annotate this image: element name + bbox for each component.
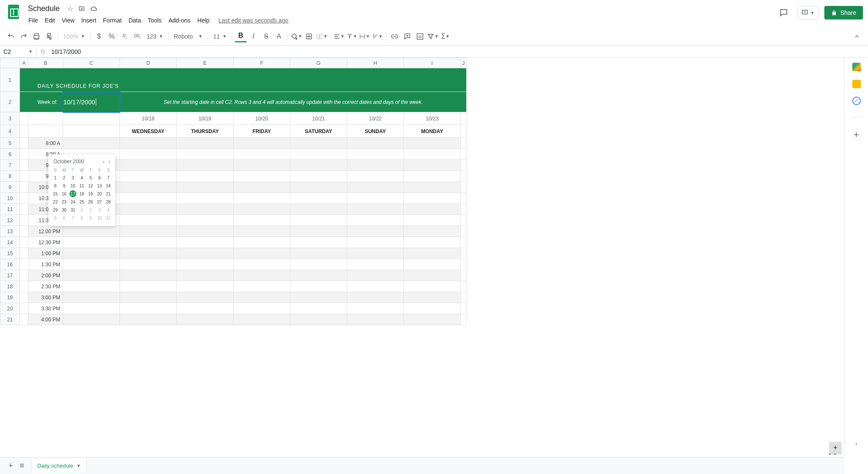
strikethrough-icon[interactable]: S (260, 31, 272, 42)
schedule-cell[interactable] (234, 303, 290, 314)
font-select[interactable]: Roboto▼ (171, 33, 205, 40)
schedule-cell[interactable] (63, 270, 120, 281)
schedule-cell[interactable] (177, 193, 234, 204)
schedule-cell[interactable] (234, 138, 290, 149)
datepicker-day[interactable]: 3 (95, 206, 104, 214)
datepicker-day[interactable]: 27 (95, 198, 104, 206)
datepicker-prev-icon[interactable]: ‹ (103, 159, 105, 164)
schedule-cell[interactable] (63, 281, 120, 292)
schedule-cell[interactable] (347, 292, 404, 303)
schedule-cell[interactable] (177, 226, 234, 237)
column-header[interactable]: E (177, 58, 234, 68)
datepicker-day[interactable]: 4 (78, 174, 86, 181)
time-cell[interactable]: 1:00 PM (28, 248, 63, 259)
schedule-title-cell[interactable]: DAILY SCHEDULE FOR JOE'S (28, 68, 177, 92)
datepicker-day[interactable]: 10 (95, 215, 104, 222)
name-box[interactable]: C2▼ (0, 46, 36, 57)
row-header[interactable]: 14 (0, 237, 20, 248)
schedule-cell[interactable] (63, 292, 120, 303)
schedule-cell[interactable] (290, 171, 347, 182)
datepicker-day[interactable]: 29 (51, 206, 60, 214)
star-icon[interactable]: ☆ (67, 5, 73, 13)
schedule-cell[interactable] (234, 226, 290, 237)
day-name-cell[interactable]: MONDAY (404, 125, 461, 138)
day-date-cell[interactable]: 10/22 (347, 112, 404, 125)
formula-input[interactable]: 10/17/2000 (50, 48, 868, 55)
column-header[interactable]: F (234, 58, 290, 68)
paint-format-icon[interactable] (43, 31, 55, 42)
day-name-cell[interactable]: WEDNESDAY (120, 125, 177, 138)
schedule-cell[interactable] (290, 138, 347, 149)
time-cell[interactable]: 2:30 PM (28, 281, 63, 292)
schedule-cell[interactable] (404, 281, 461, 292)
row-header[interactable]: 4 (0, 125, 20, 138)
schedule-cell[interactable] (120, 226, 177, 237)
row-header[interactable]: 10 (0, 193, 20, 204)
datepicker-day[interactable]: 6 (60, 215, 69, 222)
schedule-cell[interactable] (290, 292, 347, 303)
datepicker-day[interactable]: 21 (104, 190, 113, 198)
schedule-cell[interactable] (404, 215, 461, 226)
menu-help[interactable]: Help (195, 15, 213, 25)
schedule-cell[interactable] (347, 171, 404, 182)
day-name-cell[interactable]: SUNDAY (347, 125, 404, 138)
functions-icon[interactable]: Σ▼ (440, 31, 451, 42)
schedule-cell[interactable] (63, 303, 120, 314)
schedule-cell[interactable] (290, 303, 347, 314)
schedule-cell[interactable] (347, 226, 404, 237)
horizontal-scrollbar[interactable]: ◄► (19, 451, 838, 455)
column-header[interactable]: B (28, 58, 63, 68)
menu-data[interactable]: Data (125, 15, 144, 25)
schedule-cell[interactable] (347, 149, 404, 160)
row-header[interactable]: 12 (0, 215, 20, 226)
schedule-cell[interactable] (290, 182, 347, 193)
schedule-cell[interactable] (177, 149, 234, 160)
schedule-cell[interactable] (290, 237, 347, 248)
column-header[interactable]: A (20, 58, 28, 68)
schedule-cell[interactable] (290, 259, 347, 270)
hide-side-panel-icon[interactable]: › (855, 441, 857, 447)
time-cell[interactable]: 4:00 PM (28, 314, 63, 325)
zoom-select[interactable]: 100%▼ (61, 33, 88, 40)
schedule-cell[interactable] (234, 281, 290, 292)
datepicker-day[interactable]: 22 (51, 198, 60, 206)
schedule-cell[interactable] (63, 237, 120, 248)
datepicker-day[interactable]: 25 (78, 198, 86, 206)
schedule-cell[interactable] (234, 171, 290, 182)
add-addon-icon[interactable]: + (854, 129, 859, 140)
datepicker-day[interactable]: 12 (86, 182, 95, 190)
datepicker-day[interactable]: 2 (60, 174, 69, 181)
schedule-cell[interactable] (347, 160, 404, 171)
datepicker-day[interactable]: 30 (60, 206, 69, 214)
time-cell[interactable]: 8:00 A (28, 138, 63, 149)
currency-icon[interactable]: $ (93, 31, 105, 42)
schedule-cell[interactable] (290, 193, 347, 204)
share-button[interactable]: Share (824, 6, 863, 20)
schedule-cell[interactable] (177, 171, 234, 182)
time-cell[interactable]: 3:30 PM (28, 303, 63, 314)
schedule-cell[interactable] (404, 182, 461, 193)
schedule-cell[interactable] (347, 281, 404, 292)
schedule-cell[interactable] (290, 160, 347, 171)
print-icon[interactable] (31, 31, 42, 42)
row-header[interactable]: 11 (0, 204, 20, 215)
row-header[interactable]: 13 (0, 226, 20, 237)
day-date-cell[interactable]: 10/20 (234, 112, 290, 125)
schedule-cell[interactable] (404, 204, 461, 215)
row-header[interactable]: 8 (0, 171, 20, 182)
text-color-icon[interactable]: A (273, 31, 285, 42)
schedule-cell[interactable] (120, 204, 177, 215)
datepicker-day[interactable]: 9 (86, 215, 95, 222)
schedule-cell[interactable] (404, 270, 461, 281)
menu-format[interactable]: Format (100, 15, 125, 25)
time-cell[interactable]: 12:00 PM (28, 226, 63, 237)
day-date-cell[interactable]: 10/23 (404, 112, 461, 125)
datepicker-day[interactable]: 23 (60, 198, 69, 206)
schedule-cell[interactable] (347, 193, 404, 204)
row-header[interactable]: 17 (0, 270, 20, 281)
schedule-cell[interactable] (290, 204, 347, 215)
datepicker-day[interactable]: 3 (69, 174, 78, 181)
schedule-cell[interactable] (177, 160, 234, 171)
datepicker-day[interactable]: 9 (60, 182, 69, 190)
datepicker-day[interactable]: 24 (69, 198, 78, 206)
